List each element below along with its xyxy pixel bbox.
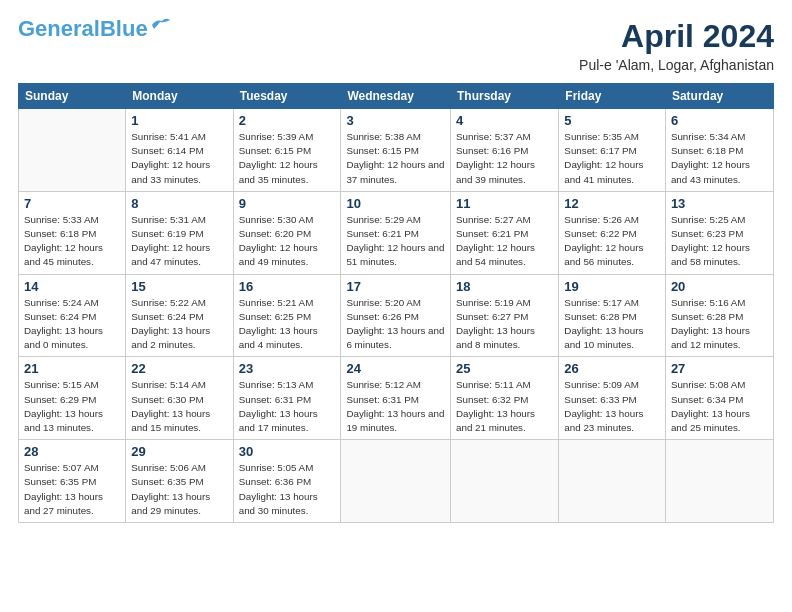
cell-info: Sunrise: 5:35 AMSunset: 6:17 PMDaylight:…: [564, 130, 660, 187]
cell-info: Sunrise: 5:05 AMSunset: 6:36 PMDaylight:…: [239, 461, 336, 518]
cell-info: Sunrise: 5:29 AMSunset: 6:21 PMDaylight:…: [346, 213, 445, 270]
calendar-table: Sunday Monday Tuesday Wednesday Thursday…: [18, 83, 774, 523]
day-number: 12: [564, 196, 660, 211]
day-number: 23: [239, 361, 336, 376]
day-number: 8: [131, 196, 227, 211]
table-row: [665, 440, 773, 523]
table-row: 4Sunrise: 5:37 AMSunset: 6:16 PMDaylight…: [451, 109, 559, 192]
day-number: 26: [564, 361, 660, 376]
calendar-week-row: 28Sunrise: 5:07 AMSunset: 6:35 PMDayligh…: [19, 440, 774, 523]
table-row: 16Sunrise: 5:21 AMSunset: 6:25 PMDayligh…: [233, 274, 341, 357]
cell-info: Sunrise: 5:41 AMSunset: 6:14 PMDaylight:…: [131, 130, 227, 187]
day-number: 3: [346, 113, 445, 128]
table-row: 8Sunrise: 5:31 AMSunset: 6:19 PMDaylight…: [126, 191, 233, 274]
cell-info: Sunrise: 5:25 AMSunset: 6:23 PMDaylight:…: [671, 213, 768, 270]
cell-info: Sunrise: 5:30 AMSunset: 6:20 PMDaylight:…: [239, 213, 336, 270]
cell-info: Sunrise: 5:34 AMSunset: 6:18 PMDaylight:…: [671, 130, 768, 187]
table-row: 20Sunrise: 5:16 AMSunset: 6:28 PMDayligh…: [665, 274, 773, 357]
table-row: 12Sunrise: 5:26 AMSunset: 6:22 PMDayligh…: [559, 191, 666, 274]
calendar-week-row: 1Sunrise: 5:41 AMSunset: 6:14 PMDaylight…: [19, 109, 774, 192]
day-number: 15: [131, 279, 227, 294]
table-row: 15Sunrise: 5:22 AMSunset: 6:24 PMDayligh…: [126, 274, 233, 357]
cell-info: Sunrise: 5:15 AMSunset: 6:29 PMDaylight:…: [24, 378, 120, 435]
header: GeneralBlue April 2024 Pul-e 'Alam, Loga…: [18, 18, 774, 73]
cell-info: Sunrise: 5:16 AMSunset: 6:28 PMDaylight:…: [671, 296, 768, 353]
cell-info: Sunrise: 5:33 AMSunset: 6:18 PMDaylight:…: [24, 213, 120, 270]
table-row: 5Sunrise: 5:35 AMSunset: 6:17 PMDaylight…: [559, 109, 666, 192]
logo: GeneralBlue: [18, 18, 172, 40]
day-number: 16: [239, 279, 336, 294]
table-row: 24Sunrise: 5:12 AMSunset: 6:31 PMDayligh…: [341, 357, 451, 440]
table-row: [451, 440, 559, 523]
logo-text: GeneralBlue: [18, 18, 148, 40]
calendar-week-row: 21Sunrise: 5:15 AMSunset: 6:29 PMDayligh…: [19, 357, 774, 440]
table-row: 3Sunrise: 5:38 AMSunset: 6:15 PMDaylight…: [341, 109, 451, 192]
cell-info: Sunrise: 5:12 AMSunset: 6:31 PMDaylight:…: [346, 378, 445, 435]
page-container: GeneralBlue April 2024 Pul-e 'Alam, Loga…: [0, 0, 792, 533]
calendar-week-row: 7Sunrise: 5:33 AMSunset: 6:18 PMDaylight…: [19, 191, 774, 274]
cell-info: Sunrise: 5:26 AMSunset: 6:22 PMDaylight:…: [564, 213, 660, 270]
location: Pul-e 'Alam, Logar, Afghanistan: [579, 57, 774, 73]
table-row: 28Sunrise: 5:07 AMSunset: 6:35 PMDayligh…: [19, 440, 126, 523]
day-number: 24: [346, 361, 445, 376]
col-tuesday: Tuesday: [233, 84, 341, 109]
cell-info: Sunrise: 5:07 AMSunset: 6:35 PMDaylight:…: [24, 461, 120, 518]
cell-info: Sunrise: 5:31 AMSunset: 6:19 PMDaylight:…: [131, 213, 227, 270]
table-row: 23Sunrise: 5:13 AMSunset: 6:31 PMDayligh…: [233, 357, 341, 440]
day-number: 19: [564, 279, 660, 294]
col-friday: Friday: [559, 84, 666, 109]
table-row: 29Sunrise: 5:06 AMSunset: 6:35 PMDayligh…: [126, 440, 233, 523]
col-monday: Monday: [126, 84, 233, 109]
cell-info: Sunrise: 5:24 AMSunset: 6:24 PMDaylight:…: [24, 296, 120, 353]
day-number: 6: [671, 113, 768, 128]
table-row: 19Sunrise: 5:17 AMSunset: 6:28 PMDayligh…: [559, 274, 666, 357]
cell-info: Sunrise: 5:06 AMSunset: 6:35 PMDaylight:…: [131, 461, 227, 518]
title-block: April 2024 Pul-e 'Alam, Logar, Afghanist…: [579, 18, 774, 73]
table-row: 27Sunrise: 5:08 AMSunset: 6:34 PMDayligh…: [665, 357, 773, 440]
day-number: 18: [456, 279, 553, 294]
cell-info: Sunrise: 5:39 AMSunset: 6:15 PMDaylight:…: [239, 130, 336, 187]
day-number: 25: [456, 361, 553, 376]
day-number: 2: [239, 113, 336, 128]
cell-info: Sunrise: 5:38 AMSunset: 6:15 PMDaylight:…: [346, 130, 445, 187]
table-row: 9Sunrise: 5:30 AMSunset: 6:20 PMDaylight…: [233, 191, 341, 274]
day-number: 22: [131, 361, 227, 376]
table-row: 30Sunrise: 5:05 AMSunset: 6:36 PMDayligh…: [233, 440, 341, 523]
day-number: 5: [564, 113, 660, 128]
day-number: 21: [24, 361, 120, 376]
table-row: 14Sunrise: 5:24 AMSunset: 6:24 PMDayligh…: [19, 274, 126, 357]
cell-info: Sunrise: 5:27 AMSunset: 6:21 PMDaylight:…: [456, 213, 553, 270]
day-number: 29: [131, 444, 227, 459]
day-number: 13: [671, 196, 768, 211]
table-row: [559, 440, 666, 523]
table-row: 7Sunrise: 5:33 AMSunset: 6:18 PMDaylight…: [19, 191, 126, 274]
table-row: 26Sunrise: 5:09 AMSunset: 6:33 PMDayligh…: [559, 357, 666, 440]
table-row: 11Sunrise: 5:27 AMSunset: 6:21 PMDayligh…: [451, 191, 559, 274]
day-number: 30: [239, 444, 336, 459]
table-row: 1Sunrise: 5:41 AMSunset: 6:14 PMDaylight…: [126, 109, 233, 192]
col-saturday: Saturday: [665, 84, 773, 109]
table-row: 17Sunrise: 5:20 AMSunset: 6:26 PMDayligh…: [341, 274, 451, 357]
calendar-header-row: Sunday Monday Tuesday Wednesday Thursday…: [19, 84, 774, 109]
cell-info: Sunrise: 5:20 AMSunset: 6:26 PMDaylight:…: [346, 296, 445, 353]
day-number: 20: [671, 279, 768, 294]
day-number: 14: [24, 279, 120, 294]
day-number: 10: [346, 196, 445, 211]
col-sunday: Sunday: [19, 84, 126, 109]
cell-info: Sunrise: 5:21 AMSunset: 6:25 PMDaylight:…: [239, 296, 336, 353]
cell-info: Sunrise: 5:37 AMSunset: 6:16 PMDaylight:…: [456, 130, 553, 187]
cell-info: Sunrise: 5:11 AMSunset: 6:32 PMDaylight:…: [456, 378, 553, 435]
day-number: 9: [239, 196, 336, 211]
cell-info: Sunrise: 5:19 AMSunset: 6:27 PMDaylight:…: [456, 296, 553, 353]
cell-info: Sunrise: 5:09 AMSunset: 6:33 PMDaylight:…: [564, 378, 660, 435]
table-row: 2Sunrise: 5:39 AMSunset: 6:15 PMDaylight…: [233, 109, 341, 192]
day-number: 1: [131, 113, 227, 128]
cell-info: Sunrise: 5:14 AMSunset: 6:30 PMDaylight:…: [131, 378, 227, 435]
table-row: 10Sunrise: 5:29 AMSunset: 6:21 PMDayligh…: [341, 191, 451, 274]
cell-info: Sunrise: 5:13 AMSunset: 6:31 PMDaylight:…: [239, 378, 336, 435]
day-number: 11: [456, 196, 553, 211]
day-number: 28: [24, 444, 120, 459]
day-number: 17: [346, 279, 445, 294]
col-wednesday: Wednesday: [341, 84, 451, 109]
table-row: [19, 109, 126, 192]
